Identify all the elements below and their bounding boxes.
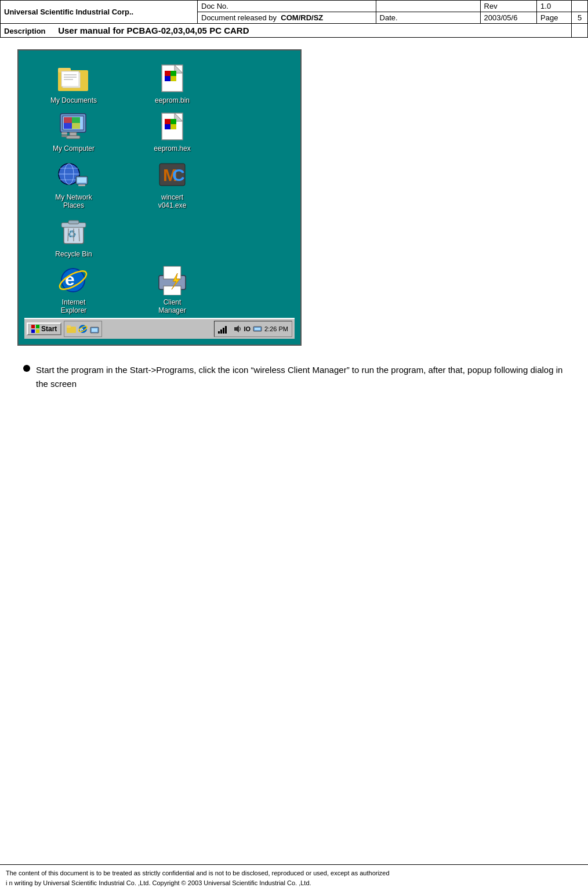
- my-documents-icon: [56, 62, 91, 94]
- icon-eeprom-bin[interactable]: eeprom.bin: [129, 62, 216, 104]
- svg-rect-26: [170, 119, 176, 124]
- svg-rect-56: [31, 329, 35, 333]
- internet-explorer-icon: e: [56, 264, 91, 296]
- svg-rect-28: [170, 124, 176, 129]
- svg-rect-65: [92, 333, 97, 334]
- svg-rect-17: [64, 123, 72, 129]
- network-icon: [253, 325, 262, 333]
- desktop-icons-grid: My Documents eeprom.bin: [24, 59, 295, 318]
- client-manager-label: ClientManager: [158, 298, 186, 315]
- main-content: My Documents eeprom.bin: [0, 38, 588, 391]
- my-documents-label: My Documents: [50, 96, 97, 104]
- company-name: Universal Scientific Industrial Corp..: [1, 1, 198, 24]
- desktop-screenshot: My Documents eeprom.bin: [17, 49, 302, 346]
- svg-rect-22: [61, 135, 67, 137]
- taskbar-ie-icon[interactable]: e: [78, 324, 88, 334]
- svg-rect-20: [66, 136, 80, 139]
- icon-my-network-places[interactable]: My NetworkPlaces: [30, 159, 117, 210]
- svg-line-44: [68, 229, 68, 241]
- svg-rect-59: [67, 325, 71, 328]
- svg-rect-54: [31, 325, 35, 328]
- icon-recycle-bin[interactable]: ♻ Recycle Bin: [30, 216, 117, 258]
- svg-rect-21: [61, 132, 67, 135]
- header-table: Universal Scientific Industrial Corp.. D…: [0, 0, 588, 38]
- bullet-text: Start the program in the Start->Programs…: [36, 363, 565, 391]
- wincert-icon: M C: [155, 159, 190, 191]
- svg-rect-18: [72, 123, 80, 129]
- my-computer-icon: [56, 110, 91, 142]
- svg-rect-19: [70, 132, 77, 136]
- svg-rect-66: [218, 331, 220, 334]
- svg-rect-67: [220, 329, 222, 334]
- taskbar: Start e: [24, 318, 295, 339]
- description-label: Description: [4, 27, 46, 35]
- svg-rect-25: [165, 119, 170, 124]
- bullet-item: Start the program in the Start->Programs…: [23, 363, 565, 391]
- icon-my-documents[interactable]: My Documents: [30, 62, 117, 104]
- icon-internet-explorer[interactable]: e InternetExplorer: [30, 264, 117, 315]
- bullet-section: Start the program in the Start->Programs…: [17, 363, 571, 391]
- eeprom-bin-icon: [155, 62, 190, 94]
- icon-client-manager[interactable]: ClientManager: [129, 264, 216, 315]
- released-by-label: Document released by COM/RD/SZ: [198, 12, 376, 24]
- client-manager-icon: [155, 264, 190, 296]
- my-network-places-label: My NetworkPlaces: [55, 193, 92, 210]
- svg-text:C: C: [172, 165, 185, 184]
- date-label: Date.: [376, 12, 480, 24]
- eeprom-hex-label: eeprom.hex: [154, 144, 190, 153]
- wincert-label: wincertv041.exe: [158, 193, 187, 210]
- eeprom-hex-icon: [155, 110, 190, 142]
- my-computer-label: My Computer: [53, 144, 95, 153]
- quick-launch: e: [64, 321, 102, 337]
- io-label: IO: [244, 325, 251, 332]
- svg-rect-35: [77, 178, 86, 183]
- description-value: User manual for PCBAG-02,03,04,05 PC CAR…: [58, 26, 249, 35]
- svg-marker-70: [234, 325, 239, 332]
- svg-rect-64: [92, 328, 97, 332]
- svg-rect-69: [225, 326, 227, 334]
- svg-rect-16: [72, 117, 80, 123]
- my-network-places-icon: [56, 159, 91, 191]
- taskbar-time: 2:26 PM: [264, 325, 288, 332]
- svg-line-46: [79, 229, 79, 241]
- svg-rect-55: [36, 325, 39, 328]
- recycle-bin-icon: ♻: [56, 216, 91, 248]
- svg-rect-68: [223, 328, 224, 334]
- taskbar-folder-icon[interactable]: [66, 324, 77, 334]
- recycle-bin-label: Recycle Bin: [55, 250, 92, 258]
- icon-wincert[interactable]: M C wincertv041.exe: [129, 159, 216, 210]
- icon-eeprom-hex[interactable]: eeprom.hex: [129, 110, 216, 153]
- page-value: 5: [572, 12, 588, 24]
- start-label: Start: [41, 325, 57, 333]
- svg-rect-10: [170, 71, 176, 76]
- system-tray: IO 2:26 PM: [214, 321, 292, 337]
- rev-label: Rev: [480, 1, 537, 12]
- footer-line1: The content of this document is to be tr…: [6, 868, 582, 878]
- taskbar-network-icon[interactable]: [89, 324, 100, 334]
- internet-explorer-label: InternetExplorer: [61, 298, 87, 315]
- icon-placeholder: [129, 216, 216, 258]
- svg-rect-12: [170, 76, 176, 81]
- svg-rect-57: [36, 329, 39, 333]
- page-label: Page: [537, 12, 572, 24]
- footer: The content of this document is to be tr…: [0, 864, 588, 891]
- svg-rect-52: [164, 286, 181, 295]
- icon-my-computer[interactable]: My Computer: [30, 110, 117, 153]
- eeprom-bin-label: eeprom.bin: [155, 96, 190, 104]
- bullet-dot: [23, 365, 30, 372]
- doc-no-label: Doc No.: [198, 1, 376, 12]
- start-button[interactable]: Start: [27, 323, 61, 335]
- svg-rect-11: [165, 76, 170, 81]
- svg-rect-27: [165, 124, 170, 129]
- speaker-icon: [233, 325, 241, 333]
- svg-rect-36: [78, 184, 85, 186]
- footer-line2: i n writing by Universal Scientific Indu…: [6, 878, 582, 888]
- svg-rect-51: [164, 266, 181, 279]
- doc-no-value: [376, 1, 480, 12]
- svg-rect-72: [255, 328, 260, 330]
- rev-value: 1.0: [537, 1, 572, 12]
- svg-rect-42: [68, 220, 79, 224]
- svg-rect-3: [61, 71, 79, 86]
- date-value: 2003/05/6: [480, 12, 537, 24]
- svg-rect-15: [64, 117, 72, 123]
